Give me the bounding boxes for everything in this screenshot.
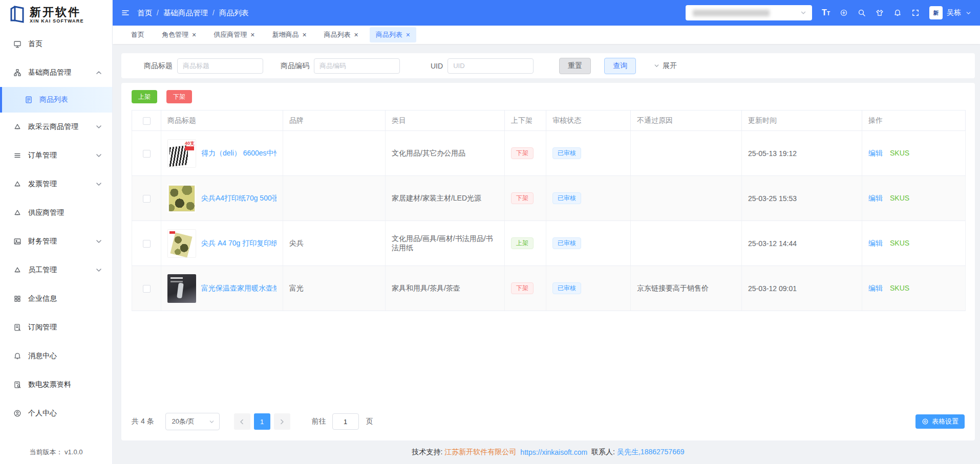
row-checkbox[interactable] bbox=[143, 240, 151, 248]
next-page-button[interactable] bbox=[274, 413, 290, 430]
grid-icon bbox=[13, 295, 22, 303]
chevron-down-icon bbox=[95, 151, 103, 160]
row-checkbox[interactable] bbox=[143, 195, 151, 203]
search-icon[interactable] bbox=[858, 9, 866, 17]
reset-button[interactable]: 重置 bbox=[559, 58, 591, 74]
redacted-value bbox=[693, 10, 770, 16]
sidebar-item[interactable]: 个人中心 bbox=[0, 399, 112, 428]
prev-page-button[interactable] bbox=[234, 413, 250, 430]
product-image[interactable]: 40支 bbox=[167, 139, 196, 168]
app-logo[interactable]: 新开软件 XIN KAI SOFTWARE bbox=[0, 0, 112, 30]
product-title-link[interactable]: 得力（deli） 6600es中性笔水 bbox=[201, 149, 276, 158]
close-icon[interactable]: × bbox=[302, 31, 306, 38]
filter-field: 商品编码 bbox=[281, 58, 400, 74]
product-title-link[interactable]: 尖兵 A4 70g 打印复印纸 500张 bbox=[201, 239, 276, 248]
sidebar-item[interactable]: 发票管理 bbox=[0, 170, 112, 198]
sidebar-item[interactable]: 政采云商品管理 bbox=[0, 113, 112, 141]
edit-link[interactable]: 编辑 bbox=[868, 194, 883, 202]
page-size-value: 20条/页 bbox=[172, 417, 195, 426]
goto-page-input[interactable] bbox=[332, 413, 359, 430]
filter-input[interactable] bbox=[314, 58, 400, 74]
company-link[interactable]: 江苏新开软件有限公司 bbox=[444, 448, 516, 457]
skus-link[interactable]: SKUS bbox=[890, 239, 909, 247]
breadcrumb-item[interactable]: 商品列表 bbox=[219, 8, 249, 18]
bell-icon bbox=[13, 352, 22, 360]
sidebar-item[interactable]: 员工管理 bbox=[0, 256, 112, 284]
website-link[interactable]: https://xinkaisoft.com bbox=[520, 448, 587, 456]
sidebar-item-label: 发票管理 bbox=[28, 180, 57, 189]
row-checkbox[interactable] bbox=[143, 150, 151, 158]
chevron-down-icon bbox=[208, 418, 215, 425]
sidebar-item[interactable]: 企业信息 bbox=[0, 284, 112, 313]
sidebar-item[interactable]: 财务管理 bbox=[0, 227, 112, 256]
cell-brand: 尖兵 bbox=[283, 221, 386, 266]
sidebar-fold-icon[interactable] bbox=[121, 9, 130, 17]
chevron-down-icon bbox=[95, 123, 103, 131]
sidebar-item[interactable]: 消息中心 bbox=[0, 342, 112, 370]
app-root: 新开软件 XIN KAI SOFTWARE 首页基础商品管理商品列表政采云商品管… bbox=[0, 0, 980, 464]
sidebar-item[interactable]: 数电发票资料 bbox=[0, 370, 112, 399]
close-icon[interactable]: × bbox=[192, 31, 196, 38]
cell-brand: 富光 bbox=[283, 266, 386, 311]
audit-status-tag: 已审核 bbox=[552, 282, 581, 295]
sidebar-item[interactable]: 订阅管理 bbox=[0, 313, 112, 342]
sidebar-item[interactable]: 基础商品管理 bbox=[0, 58, 112, 87]
product-image[interactable] bbox=[167, 274, 196, 303]
chevron-down-icon bbox=[965, 10, 972, 16]
table-row: 尖兵 A4 70g 打印复印纸 500张尖兵文化用品/画具/画材/书法用品/书法… bbox=[132, 221, 966, 266]
close-icon[interactable]: × bbox=[406, 31, 410, 38]
cell-reject-reason: 京东链接要高于销售价 bbox=[631, 266, 742, 311]
query-button[interactable]: 查询 bbox=[604, 58, 636, 74]
product-image[interactable] bbox=[167, 184, 196, 213]
filter-input[interactable] bbox=[177, 58, 263, 74]
sidebar-item[interactable]: 供应商管理 bbox=[0, 198, 112, 227]
edit-link[interactable]: 编辑 bbox=[868, 239, 883, 247]
image-icon bbox=[13, 237, 22, 246]
product-image[interactable] bbox=[167, 229, 196, 258]
expand-toggle[interactable]: 展开 bbox=[653, 61, 677, 71]
sidebar-item[interactable]: 订单管理 bbox=[0, 141, 112, 170]
tab-item[interactable]: 商品列表× bbox=[318, 27, 365, 42]
cell-category: 文化用品/其它办公用品 bbox=[386, 131, 505, 176]
monitor-icon bbox=[13, 40, 22, 48]
tab-item[interactable]: 供应商管理× bbox=[207, 27, 261, 42]
skus-link[interactable]: SKUS bbox=[890, 284, 909, 292]
page-size-select[interactable]: 20条/页 bbox=[165, 413, 220, 430]
edit-link[interactable]: 编辑 bbox=[868, 284, 883, 292]
bell-icon[interactable] bbox=[893, 9, 902, 17]
table-settings-button[interactable]: 表格设置 bbox=[915, 414, 965, 429]
header-right: TT 新 吴栋 bbox=[686, 5, 972, 20]
contact-link[interactable]: 吴先生,18862757669 bbox=[617, 448, 685, 457]
settings-icon bbox=[922, 418, 929, 425]
table-row: 40支得力（deli） 6600es中性笔水文化用品/其它办公用品下架已审核25… bbox=[132, 131, 966, 176]
product-title-link[interactable]: 尖兵A4打印纸70g 500张/包 8 bbox=[201, 194, 276, 203]
close-icon[interactable]: × bbox=[250, 31, 254, 38]
off-shelf-button[interactable]: 下架 bbox=[166, 90, 192, 103]
select-all-checkbox[interactable] bbox=[143, 117, 151, 125]
cell-category: 家居建材/家装主材/LED光源 bbox=[386, 176, 505, 221]
page-number-button[interactable]: 1 bbox=[254, 413, 270, 430]
breadcrumb-item[interactable]: 首页 bbox=[137, 8, 152, 18]
sidebar-subitem[interactable]: 商品列表 bbox=[0, 87, 112, 113]
tab-item[interactable]: 商品列表× bbox=[370, 27, 416, 42]
sidebar-item[interactable]: 首页 bbox=[0, 30, 112, 58]
on-shelf-button[interactable]: 上架 bbox=[132, 90, 157, 103]
font-size-icon[interactable]: TT bbox=[822, 8, 830, 17]
skus-link[interactable]: SKUS bbox=[890, 149, 909, 157]
tab-item[interactable]: 角色管理× bbox=[156, 27, 202, 42]
edit-link[interactable]: 编辑 bbox=[868, 149, 883, 157]
user-menu[interactable]: 新 吴栋 bbox=[929, 6, 972, 19]
header-company-select[interactable] bbox=[686, 5, 812, 20]
close-icon[interactable]: × bbox=[354, 31, 358, 38]
shirt-icon[interactable] bbox=[876, 9, 884, 17]
fullscreen-icon[interactable] bbox=[911, 9, 920, 17]
filter-input[interactable] bbox=[448, 58, 534, 74]
tab-item[interactable]: 新增商品× bbox=[266, 27, 312, 42]
breadcrumb-item[interactable]: 基础商品管理 bbox=[163, 8, 208, 18]
product-title-link[interactable]: 富光保温壶家用暖水壶热水瓶 bbox=[201, 284, 276, 293]
tab-item[interactable]: 首页 bbox=[125, 27, 151, 42]
row-checkbox[interactable] bbox=[143, 285, 151, 293]
breadcrumb: 首页/基础商品管理/商品列表 bbox=[137, 8, 249, 18]
aim-icon[interactable] bbox=[840, 9, 848, 17]
skus-link[interactable]: SKUS bbox=[890, 194, 909, 202]
